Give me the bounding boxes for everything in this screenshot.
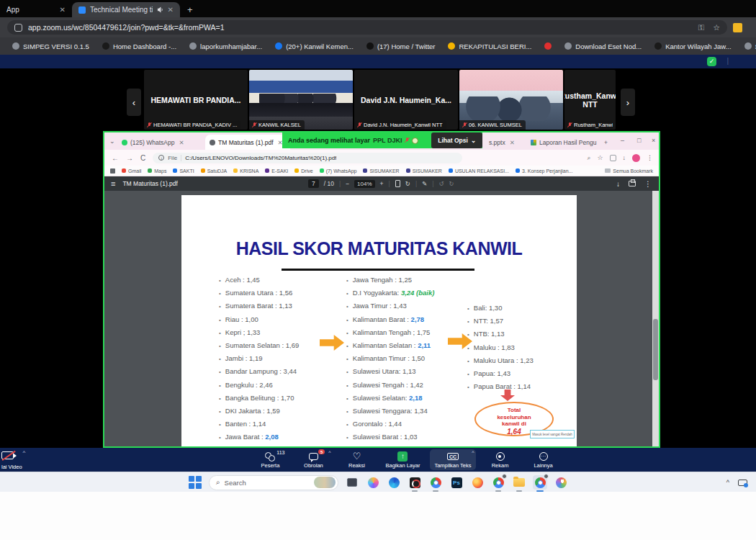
participant-tile[interactable]: Rustham_Kanwil NTTRustham_Kanwil NTT (564, 70, 616, 130)
zoom-icon[interactable]: ⌕ (587, 154, 590, 162)
all-bookmarks-button[interactable]: Semua Bookmark (605, 168, 653, 174)
toolbar-tampilkan-teks[interactable]: CCTampilkan Teks^ (430, 449, 475, 470)
close-window-button[interactable]: × (652, 137, 655, 144)
bookmark-item[interactable]: KRISNA (233, 168, 258, 174)
start-button[interactable] (188, 475, 202, 490)
view-options-button[interactable]: Lihat Opsi ⌄ (431, 132, 482, 148)
password-key-icon[interactable]: ⚿ (698, 23, 704, 32)
reload-icon[interactable]: C (140, 154, 145, 162)
toolbar-lainnya[interactable]: ···Lainnya (525, 449, 562, 470)
strip-prev-button[interactable]: ‹ (127, 89, 141, 116)
participant-tile[interactable]: KANWIL KALSEL (249, 70, 353, 130)
hamburger-menu-icon[interactable]: ≡ (111, 179, 115, 188)
extensions-puzzle-icon[interactable] (610, 155, 616, 161)
toolbar-peserta[interactable]: Peserta113 (251, 449, 289, 470)
bookmark-item[interactable]: (17) Home / Twitter (361, 41, 441, 52)
bookmark-item[interactable]: Gmail (122, 168, 141, 174)
redo-icon[interactable]: ↻ (449, 180, 454, 187)
close-icon[interactable]: ✕ (60, 6, 66, 14)
toolbar-reaksi[interactable]: ♡Reaksi (338, 449, 375, 470)
tray-camera-icon[interactable] (738, 480, 747, 486)
annotate-pen-icon[interactable]: ✎ (422, 180, 427, 187)
outer-tab-meeting[interactable]: Technical Meeting tindak la: ✕ (72, 2, 180, 17)
bookmark-item[interactable]: Home Dashboard -... (97, 41, 181, 52)
zoom-level-value[interactable]: 104% (354, 180, 374, 188)
inner-url-text[interactable]: C:/Users/LENOVO/Downloads/TM%20Maturitas… (185, 155, 336, 161)
taskbar-icon-media-player[interactable] (408, 475, 422, 490)
chevron-up-icon[interactable]: ^ (328, 450, 330, 455)
print-icon[interactable] (629, 181, 636, 186)
maximize-button[interactable]: □ (637, 137, 641, 144)
chevron-up-icon[interactable]: ^ (472, 450, 474, 455)
menu-kebab-icon[interactable]: ⋮ (644, 180, 652, 188)
taskbar-icon-chrome-profile[interactable] (491, 475, 505, 490)
bookmark-item[interactable]: Kantor Wilayah Jaw... (649, 41, 736, 52)
bookmark-item[interactable]: SISUMAKER :: Login (739, 41, 756, 52)
toolbar-obrolan[interactable]: Obrolan5^ (294, 449, 332, 470)
bookmark-item[interactable]: SAKTI (173, 168, 194, 174)
inner-tab-pptx[interactable]: s.pptx ✕ (485, 135, 522, 150)
fit-page-icon[interactable] (395, 180, 400, 187)
new-tab-button[interactable]: + (187, 4, 193, 17)
taskbar-icon-task-view[interactable] (345, 475, 359, 490)
inner-new-tab-button[interactable]: + (600, 135, 611, 150)
extension-icon[interactable] (733, 23, 742, 32)
toolbar-bagikan-layar[interactable]: ↑Bagikan Layar (381, 449, 424, 470)
apps-grid-icon[interactable] (110, 168, 115, 174)
bookmark-item[interactable]: SIMPEG VERSI 0.1.5 (7, 41, 94, 52)
address-bar[interactable]: app.zoom.us/wc/8504479612/join?pwd=&tk=&… (7, 20, 727, 35)
close-icon[interactable]: ✕ (179, 139, 184, 146)
forward-icon[interactable]: → (126, 154, 133, 162)
toolbar-rekam[interactable]: Rekam (482, 449, 519, 470)
strip-next-button[interactable]: › (621, 89, 635, 116)
tray-chevron-up-icon[interactable]: ^ (726, 479, 729, 486)
search-daily-image[interactable] (314, 477, 336, 488)
participant-tile[interactable]: David J.N. Haumein_Ka...David J.N. Haume… (354, 70, 458, 130)
scrollbar[interactable] (652, 191, 659, 446)
bookmark-item[interactable]: (7) WhatsApp (320, 168, 357, 174)
profile-avatar[interactable] (632, 154, 640, 162)
zoom-in-button[interactable]: + (380, 180, 384, 187)
zoom-out-button[interactable]: − (346, 180, 349, 187)
taskbar-icon-chrome-active[interactable] (533, 475, 547, 490)
scrollbar-thumb[interactable] (653, 319, 658, 380)
taskbar-icon-firefox[interactable] (470, 475, 485, 490)
menu-kebab-icon[interactable]: ⋮ (647, 154, 653, 161)
taskbar-icon-paint[interactable] (554, 475, 568, 490)
taskbar-icon-file-explorer[interactable] (512, 475, 526, 490)
minimize-button[interactable]: – (621, 137, 624, 144)
taskbar-search[interactable]: ⌕ Search (209, 475, 338, 490)
rotate-icon[interactable]: ↻ (405, 180, 410, 187)
taskbar-icon-edge[interactable] (387, 475, 401, 490)
bookmark-item[interactable] (539, 41, 557, 51)
bookmark-item[interactable]: (20+) Kanwil Kemen... (270, 41, 359, 52)
bookmark-item[interactable]: 3. Konsep Perjanjian... (516, 168, 572, 174)
bookmark-item[interactable]: SISUMAKER (363, 168, 399, 174)
outer-tab-app[interactable]: App ✕ (0, 2, 72, 17)
inner-tab-whatsapp[interactable]: (125) WhatsApp ✕ (117, 135, 202, 150)
inner-address-bar[interactable]: i File C:/Users/LENOVO/Downloads/TM%20Ma… (153, 153, 462, 163)
undo-icon[interactable]: ↺ (438, 180, 444, 187)
bookmark-star-icon[interactable]: ☆ (713, 23, 720, 32)
taskbar-icon-photoshop[interactable]: Ps (449, 475, 464, 490)
bookmark-star-icon[interactable]: ☆ (597, 154, 603, 161)
pdf-viewport[interactable]: HASIL SKOR MATURITAS KANWIL Aceh : 1,45S… (104, 191, 659, 446)
taskbar-icon-copilot[interactable] (366, 475, 380, 490)
page-info-icon[interactable]: i (158, 155, 164, 161)
download-icon[interactable]: ↓ (616, 180, 620, 188)
bookmark-item[interactable]: Drive (294, 168, 312, 174)
close-icon[interactable]: ✕ (168, 6, 174, 14)
bookmark-item[interactable]: SatuDJA (201, 168, 228, 174)
download-icon[interactable]: ↓ (623, 154, 626, 161)
tab-search-chevron-icon[interactable]: ⌄ (109, 138, 115, 145)
bookmark-item[interactable]: Maps (148, 168, 166, 174)
close-icon[interactable]: ✕ (510, 139, 515, 146)
inner-tab-pdf[interactable]: TM Maturitas (1).pdf ✕ (205, 135, 290, 150)
bookmark-item[interactable]: E-SAKI (265, 168, 288, 174)
participant-tile[interactable]: 06. KANWIL SUMSEL (459, 70, 563, 130)
page-number-input[interactable]: 7 (308, 179, 319, 188)
bookmark-item[interactable]: Download Eset Nod... (559, 41, 647, 52)
inner-tab-laporan[interactable]: Laporan Hasil Pengu ✕ (526, 135, 598, 150)
url-text[interactable]: app.zoom.us/wc/8504479612/join?pwd=&tk=&… (28, 23, 698, 32)
back-icon[interactable]: ← (112, 154, 119, 162)
